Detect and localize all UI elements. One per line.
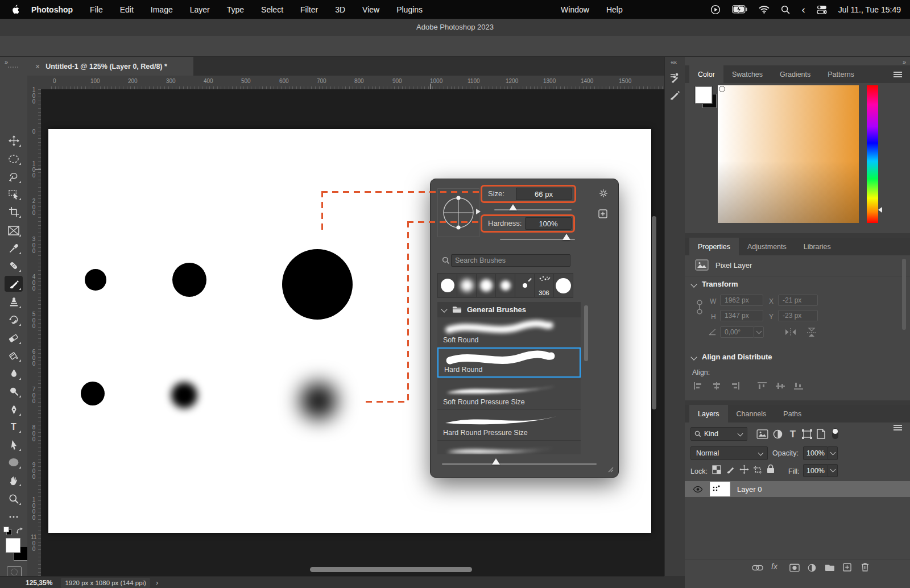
brush-item-partial[interactable] [437,440,581,454]
screen-record-icon[interactable] [710,5,721,15]
new-adjustment-layer-icon[interactable] [808,564,816,572]
collapse-panels-icon[interactable]: » [903,59,905,65]
search-brushes-input[interactable] [451,254,570,267]
layer-filter-select[interactable]: Kind [690,427,747,441]
horizontal-ruler[interactable]: 0 100 200 300 400 500 600 700 800 900 10… [27,76,664,90]
brush-list-scrollbar[interactable] [584,305,588,361]
healing-brush-tool[interactable] [5,258,23,274]
brush-settings-panel-icon[interactable] [669,72,681,84]
fill-dropdown[interactable] [828,464,838,477]
layers-opacity-dropdown[interactable] [828,446,838,460]
add-layer-mask-icon[interactable] [789,564,800,572]
brush-tool[interactable] [5,276,23,292]
menu-clock[interactable]: Jul 11., Tue 15:49 [838,5,901,14]
brush-options-gear-icon[interactable] [599,189,608,198]
filter-shape-layers-icon[interactable] [802,429,812,439]
tab-paths[interactable]: Paths [775,405,810,423]
menu-item-edit[interactable]: Edit [120,5,134,14]
foreground-color-swatch[interactable] [6,538,20,553]
frame-tool[interactable] [5,222,23,238]
lock-all-icon[interactable] [767,464,775,474]
brush-item-soft-round[interactable]: Soft Round [437,317,581,347]
menu-item-image[interactable]: Image [151,5,173,14]
tab-gradients[interactable]: Gradients [771,65,819,83]
layer-visibility-eye-icon[interactable] [693,486,703,493]
toolbar-grip[interactable] [8,67,19,68]
brush-group-header[interactable]: General Brushes [437,302,581,317]
color-panel-swatches[interactable] [695,86,718,109]
menu-item-help[interactable]: Help [606,5,623,14]
filter-smart-objects-icon[interactable] [817,429,825,439]
filter-toggle-icon[interactable] [832,428,839,440]
brush-item-soft-round-pressure[interactable]: Soft Round Pressure Size [437,379,581,409]
recent-brush-hard-round-2[interactable] [554,274,573,297]
path-selection-tool[interactable] [5,437,23,453]
layer-row[interactable]: Layer 0 [685,481,910,497]
link-dimensions-icon[interactable] [696,298,703,316]
tab-swatches[interactable]: Swatches [723,65,771,83]
color-field[interactable] [718,85,859,223]
wifi-icon[interactable] [759,5,770,14]
recent-brush-soft[interactable] [457,274,477,297]
hardness-slider-thumb[interactable] [562,234,570,240]
properties-scrollbar[interactable] [902,259,906,330]
transform-section-header[interactable]: Transform [692,280,738,288]
clone-stamp-tool[interactable] [5,294,23,310]
brush-item-hard-round[interactable]: Hard Round [437,347,581,378]
tab-properties[interactable]: Properties [689,238,739,255]
document-info-field[interactable]: 1920 px x 1080 px (144 ppi) [61,578,150,588]
brushes-panel-icon[interactable] [669,89,681,101]
angle-arrow-icon[interactable] [476,209,481,214]
layers-opacity-input[interactable]: 100% [803,446,828,460]
menu-item-layer[interactable]: Layer [190,5,210,14]
menu-item-photoshop[interactable]: Photoshop [31,5,73,14]
foreground-color-swatch[interactable] [695,86,712,103]
filter-pixel-layers-icon[interactable] [756,429,768,439]
foreground-background-colors[interactable] [6,538,27,560]
menu-item-filter[interactable]: Filter [300,5,318,14]
brush-item-hard-round-pressure[interactable]: Hard Round Pressure Size [437,409,581,440]
recent-brush-soft-2[interactable] [477,274,496,297]
paint-bucket-tool[interactable] [5,347,23,363]
history-brush-tool[interactable] [5,312,23,328]
chevron-left-icon[interactable]: ‹ [801,6,805,14]
tab-layers[interactable]: Layers [689,405,728,423]
collapse-toolbar-icon[interactable]: » [5,59,7,65]
recent-brush-small-dot[interactable] [515,274,535,297]
dodge-tool[interactable] [5,383,23,399]
new-layer-icon[interactable] [843,563,851,572]
blur-tool[interactable] [5,366,23,382]
size-slider-thumb[interactable] [509,204,517,210]
layer-effects-icon[interactable]: fx [771,562,777,571]
tab-channels[interactable]: Channels [728,405,775,423]
tab-patterns[interactable]: Patterns [819,65,863,83]
document-tab[interactable]: × Untitled-1 @ 125% (Layer 0, Red/8) * [27,57,193,76]
eyedropper-tool[interactable] [5,240,23,256]
move-tool[interactable] [5,132,23,148]
delete-layer-icon[interactable] [861,562,869,572]
zoom-level-field[interactable]: 125,35% [22,578,56,588]
recent-brush-scatter[interactable]: 306 [535,274,554,297]
panel-menu-icon[interactable] [894,425,902,426]
spotlight-search-icon[interactable] [781,5,790,14]
recent-brush-hard-round[interactable] [438,274,457,297]
object-selection-tool[interactable] [5,186,23,202]
menu-item-type[interactable]: Type [227,5,244,14]
layer-thumbnail[interactable] [710,482,730,496]
menu-item-view[interactable]: View [362,5,379,14]
menu-item-3d[interactable]: 3D [335,5,345,14]
swap-colors-icon[interactable] [16,527,24,535]
marquee-tool[interactable] [5,151,23,167]
vertical-scrollbar[interactable] [652,216,656,409]
zoom-tool[interactable] [5,491,23,507]
control-center-icon[interactable] [817,5,827,14]
new-brush-icon[interactable] [598,209,607,218]
type-tool[interactable]: T [5,419,23,434]
crop-tool[interactable] [5,204,23,220]
lock-transparency-icon[interactable] [712,465,721,474]
apple-menu[interactable] [10,5,19,15]
hue-slider-marker[interactable] [878,207,882,213]
tab-libraries[interactable]: Libraries [795,238,839,255]
fill-input[interactable]: 100% [803,464,828,477]
close-tab-icon[interactable]: × [35,62,40,71]
